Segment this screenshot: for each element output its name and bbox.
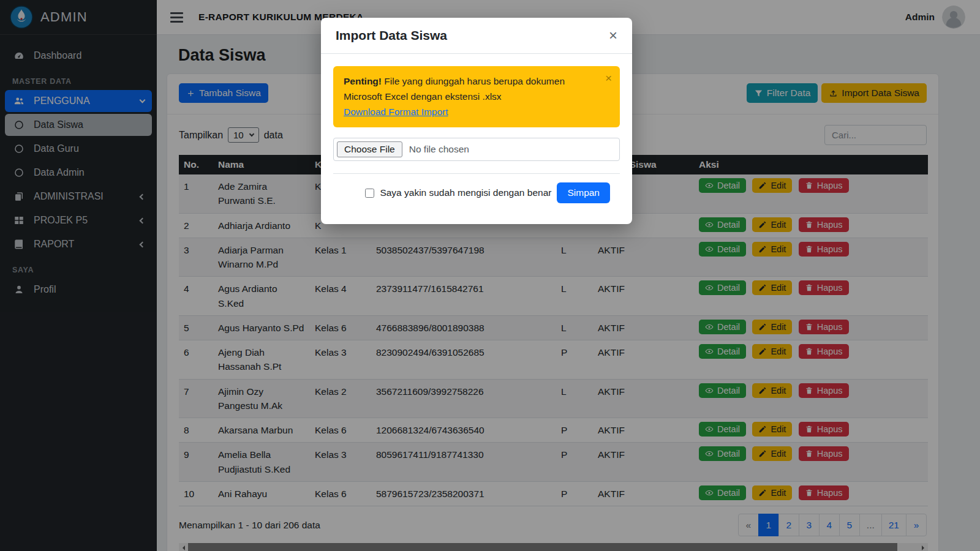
import-modal: Import Data Siswa × Penting! File yang d… bbox=[321, 18, 632, 224]
alert-emphasis: Penting! bbox=[344, 76, 382, 86]
file-input[interactable]: Choose File No file chosen bbox=[333, 138, 620, 161]
confirm-label: Saya yakin sudah mengisi dengan benar bbox=[380, 187, 551, 198]
modal-header: Import Data Siswa × bbox=[321, 18, 632, 54]
alert-text-line1: File yang diunggah harus berupa dokumen bbox=[384, 76, 565, 86]
close-icon[interactable]: × bbox=[609, 28, 617, 43]
alert-close-icon[interactable]: × bbox=[605, 72, 612, 85]
modal-footer: Saya yakin sudah mengisi dengan benar Si… bbox=[333, 173, 620, 212]
download-format-link[interactable]: Download Format Import bbox=[344, 107, 448, 117]
choose-file-button[interactable]: Choose File bbox=[337, 141, 402, 157]
modal-body: Penting! File yang diunggah harus berupa… bbox=[321, 54, 632, 224]
simpan-button[interactable]: Simpan bbox=[557, 182, 610, 203]
import-warning-alert: Penting! File yang diunggah harus berupa… bbox=[333, 66, 620, 127]
file-status-text: No file chosen bbox=[409, 144, 469, 155]
confirm-checkbox[interactable] bbox=[365, 189, 374, 198]
alert-text-line2: Microsoft Excel dengan ekstensi .xlsx bbox=[344, 91, 502, 102]
modal-title: Import Data Siswa bbox=[336, 28, 447, 43]
